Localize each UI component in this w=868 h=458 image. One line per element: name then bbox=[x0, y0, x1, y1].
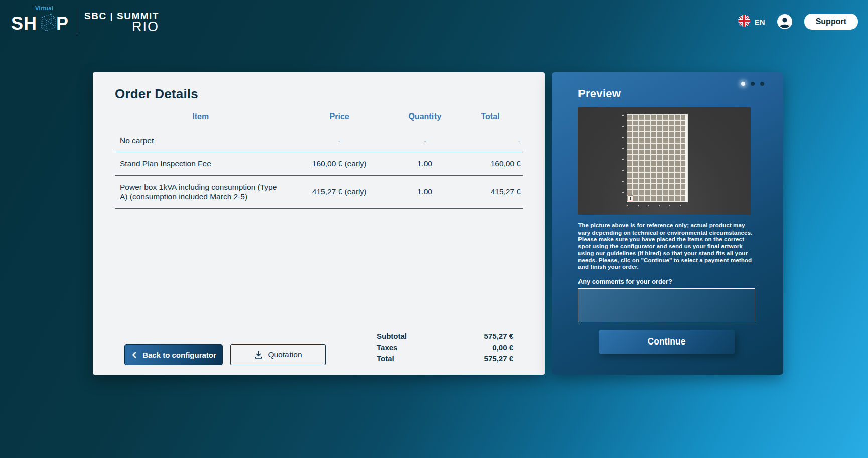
total-label: Total bbox=[377, 353, 394, 364]
logo-shop-left: SH bbox=[11, 11, 37, 33]
table-header-row: Item Price Quantity Total bbox=[115, 112, 523, 129]
stand-wall bbox=[685, 114, 687, 202]
back-to-configurator-button[interactable]: Back to configurator bbox=[124, 344, 223, 365]
quotation-button[interactable]: Quotation bbox=[230, 344, 326, 365]
subtotal-value: 575,27 € bbox=[484, 331, 513, 342]
stand-plan-preview-image bbox=[578, 107, 751, 215]
chevron-left-icon bbox=[131, 351, 138, 359]
carousel-dot[interactable] bbox=[760, 82, 764, 86]
download-icon bbox=[254, 350, 263, 360]
page-title: Order Details bbox=[115, 86, 523, 102]
preview-disclaimer-text: The picture above is for reference only;… bbox=[578, 222, 755, 270]
column-header-price: Price bbox=[286, 112, 392, 129]
taxes-value: 0,00 € bbox=[492, 342, 513, 353]
column-header-item: Item bbox=[115, 112, 286, 129]
subtotal-label: Subtotal bbox=[377, 331, 407, 342]
order-items-table: Item Price Quantity Total No carpet - - … bbox=[115, 112, 523, 209]
total-value: 575,27 € bbox=[484, 353, 513, 364]
summary-taxes-row: Taxes 0,00 € bbox=[377, 342, 513, 353]
power-box-icon bbox=[630, 197, 631, 200]
table-row: Power box 1kVA including consumption (Ty… bbox=[115, 175, 523, 208]
item-total: 160,00 € bbox=[458, 152, 523, 175]
column-header-quantity: Quantity bbox=[392, 112, 458, 129]
uk-flag-icon bbox=[738, 15, 750, 29]
support-button[interactable]: Support bbox=[804, 14, 858, 30]
language-code: EN bbox=[755, 18, 765, 26]
item-name: Stand Plan Inspection Fee bbox=[115, 152, 286, 175]
order-details-card: Order Details Item Price Quantity Total … bbox=[93, 72, 545, 375]
user-icon bbox=[777, 22, 792, 31]
wireframe-cube-icon bbox=[36, 10, 57, 36]
page: Virtual SH P SBC | SUMMIT RIO bbox=[0, 0, 868, 458]
item-total: 415,27 € bbox=[458, 175, 523, 208]
continue-button[interactable]: Continue bbox=[599, 330, 735, 354]
quotation-button-label: Quotation bbox=[268, 350, 302, 359]
top-right-controls: EN Support bbox=[738, 14, 858, 30]
taxes-label: Taxes bbox=[377, 342, 397, 353]
item-name: Power box 1kVA including consumption (Ty… bbox=[115, 175, 286, 208]
preview-title: Preview bbox=[578, 87, 755, 100]
account-button[interactable] bbox=[777, 14, 792, 29]
item-name: No carpet bbox=[115, 129, 286, 152]
item-total: - bbox=[458, 129, 523, 152]
column-header-total: Total bbox=[458, 112, 523, 129]
logo-shop-right: P bbox=[56, 11, 69, 33]
carousel-dot[interactable] bbox=[741, 82, 745, 86]
event-logo: SBC | SUMMIT RIO bbox=[84, 9, 159, 35]
item-quantity: 1.00 bbox=[392, 175, 458, 208]
card-action-buttons: Back to configurator Quotation bbox=[124, 344, 326, 365]
logo-virtual-label: Virtual bbox=[35, 5, 53, 11]
summary-total-row: Total 575,27 € bbox=[377, 353, 513, 364]
summary-subtotal-row: Subtotal 575,27 € bbox=[377, 331, 513, 342]
power-box-marker bbox=[628, 195, 633, 201]
order-summary: Subtotal 575,27 € Taxes 0,00 € Total 575… bbox=[377, 331, 513, 364]
virtual-shop-logo: Virtual SH P bbox=[11, 7, 69, 36]
table-row: No carpet - - - bbox=[115, 129, 523, 152]
table-row: Stand Plan Inspection Fee 160,00 € (earl… bbox=[115, 152, 523, 175]
event-city: RIO bbox=[84, 19, 159, 35]
item-price: 160,00 € (early) bbox=[286, 152, 392, 175]
comments-label: Any comments for your order? bbox=[578, 278, 755, 285]
carousel-dot[interactable] bbox=[751, 82, 755, 86]
carousel-dots bbox=[741, 82, 764, 86]
stand-floor-grid bbox=[627, 114, 688, 202]
logo-divider bbox=[77, 8, 77, 35]
back-button-label: Back to configurator bbox=[142, 351, 216, 359]
item-price: 415,27 € (early) bbox=[286, 175, 392, 208]
item-quantity: 1.00 bbox=[392, 152, 458, 175]
item-quantity: - bbox=[392, 129, 458, 152]
plan-ruler-left bbox=[622, 114, 624, 202]
order-comments-textarea[interactable] bbox=[578, 288, 755, 322]
brand-logo[interactable]: Virtual SH P SBC | SUMMIT RIO bbox=[11, 7, 159, 36]
preview-panel: Preview The picture above is for referen… bbox=[552, 72, 783, 375]
language-selector[interactable]: EN bbox=[738, 15, 765, 29]
plan-ruler-bottom bbox=[627, 205, 687, 206]
top-bar: Virtual SH P SBC | SUMMIT RIO bbox=[0, 0, 868, 43]
item-price: - bbox=[286, 129, 392, 152]
